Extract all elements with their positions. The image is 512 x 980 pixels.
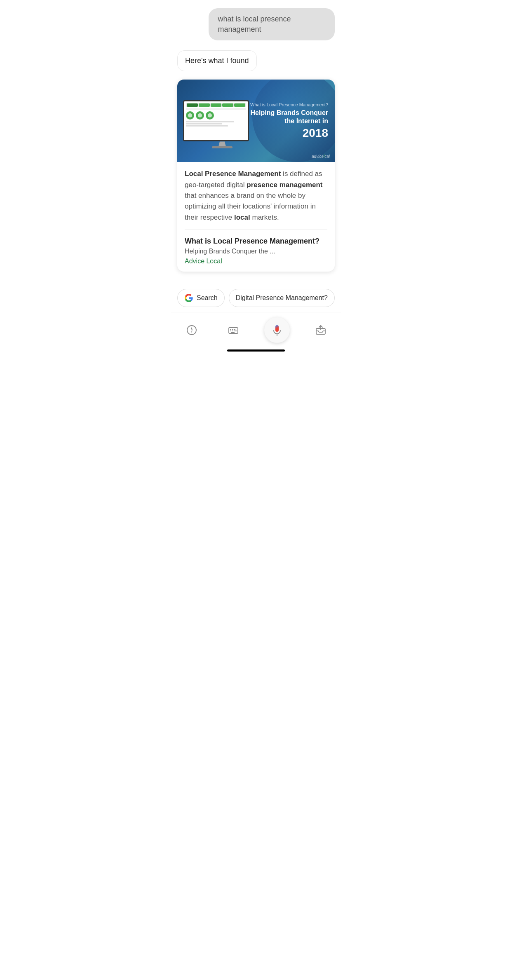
card-image: What is Local Presence Management? Helpi… [177,80,335,162]
bold-local: local [234,213,250,221]
bottom-bar [171,312,341,346]
inbox-icon [315,324,326,336]
inbox-button[interactable] [310,319,331,341]
card-link-subtitle: Helping Brands Conquer the ... [185,248,327,255]
suggestions-bar: Search Digital Presence Management? [171,284,341,312]
suggestion-digital-presence[interactable]: Digital Presence Management? [229,289,335,307]
card-source[interactable]: Advice Local [185,258,327,265]
svg-rect-7 [230,331,231,331]
compass-icon [186,324,197,336]
assistant-response-text: Here's what I found [185,56,249,65]
card-image-top-label: What is Local Presence Management? [250,102,328,107]
card-image-text-overlay: What is Local Presence Management? Helpi… [250,102,328,139]
card-divider [185,230,327,230]
keyboard-button[interactable] [223,319,244,341]
card-link-section[interactable]: What is Local Presence Management? Helpi… [185,237,327,265]
mic-icon [270,324,284,337]
monitor-illustration [183,100,261,154]
svg-rect-8 [232,331,233,331]
mic-button-container [264,317,290,343]
svg-rect-11 [235,331,237,331]
card-description: Local Presence Management is defined as … [185,169,327,223]
result-card[interactable]: What is Local Presence Management? Helpi… [177,80,335,272]
suggestion-digital-presence-label: Digital Presence Management? [236,294,328,302]
bold-pm: presence management [247,181,322,189]
svg-rect-4 [230,329,231,330]
compass-button[interactable] [181,319,202,341]
svg-rect-5 [232,329,233,330]
svg-rect-10 [231,332,235,333]
svg-marker-1 [191,327,193,330]
suggestion-search-label: Search [197,294,218,302]
card-image-year: 2018 [250,127,328,140]
svg-rect-9 [234,331,235,331]
user-query-container: what is local presence management [177,8,335,40]
svg-rect-12 [275,325,279,332]
svg-rect-6 [234,329,235,330]
card-body: Local Presence Management is defined as … [177,162,335,272]
user-query-bubble: what is local presence management [209,8,335,40]
keyboard-icon [228,324,239,336]
google-logo-icon [184,293,193,302]
assistant-response-bubble: Here's what I found [177,50,257,71]
card-image-main-title: Helping Brands Conquerthe Internet in [250,109,328,124]
card-link-title: What is Local Presence Management? [185,237,327,246]
suggestion-search[interactable]: Search [177,289,225,307]
card-image-watermark: advicelcal [312,154,330,159]
user-query-text: what is local presence management [218,15,291,33]
home-indicator [227,349,285,352]
mic-button[interactable] [264,317,290,343]
bold-lpm: Local Presence Management [185,170,281,178]
svg-marker-2 [191,330,193,333]
